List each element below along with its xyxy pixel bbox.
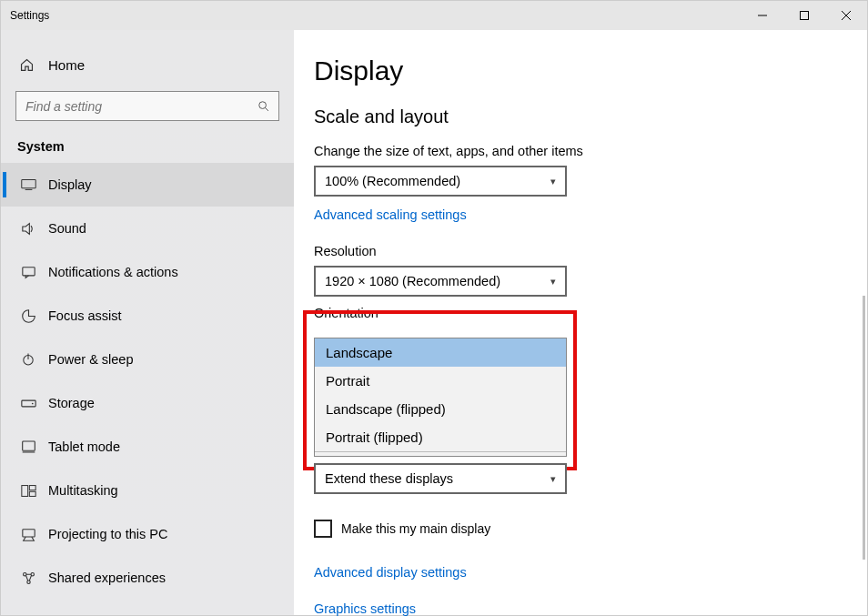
display-icon [19,178,37,191]
advanced-display-link[interactable]: Advanced display settings [314,565,467,580]
system-section-label: System [1,134,294,163]
search-input[interactable] [15,91,279,121]
multiple-displays-value: Extend these displays [325,471,453,486]
maximize-button[interactable] [783,1,825,30]
orientation-label: Orientation [314,306,867,320]
storage-icon [19,398,37,409]
chevron-down-icon: ▾ [550,473,556,485]
svg-rect-16 [29,485,35,490]
nav-item-multitasking[interactable]: Multitasking [1,469,294,512]
orientation-option-landscape[interactable]: Landscape [315,338,566,367]
focus-icon [19,308,37,324]
svg-rect-8 [22,267,34,275]
svg-point-19 [23,572,25,575]
svg-line-5 [265,107,268,111]
scrollbar[interactable] [863,296,865,560]
orientation-option-portrait[interactable]: Portrait [315,367,566,395]
notifications-icon [19,266,37,279]
nav-item-storage[interactable]: Storage [1,381,294,425]
svg-rect-17 [29,491,35,496]
nav-item-label: Power & sleep [48,352,134,367]
home-label: Home [48,57,85,73]
shared-icon [19,571,37,586]
svg-rect-11 [21,400,35,407]
scale-layout-heading: Scale and layout [314,106,867,127]
svg-point-21 [26,581,29,583]
nav-item-label: Tablet mode [48,439,120,454]
nav-item-tablet-mode[interactable]: Tablet mode [1,425,294,469]
nav-item-display[interactable]: Display [1,163,294,207]
orientation-option-landscape-flipped[interactable]: Landscape (flipped) [315,395,566,423]
home-button[interactable]: Home [1,48,294,82]
nav-item-label: Storage [48,396,95,410]
nav-list: Display Sound Notifications & actions Fo… [1,163,294,600]
scale-value: 100% (Recommended) [325,174,460,188]
main-display-checkbox-label: Make this my main display [341,521,490,536]
nav-item-power-sleep[interactable]: Power & sleep [1,338,294,381]
window-title: Settings [1,9,742,22]
home-icon [19,57,37,73]
orientation-option-portrait-flipped[interactable]: Portrait (flipped) [315,423,566,451]
body: Home System Display Sound [1,30,867,615]
main-content: Display Scale and layout Change the size… [294,30,867,615]
power-icon [19,352,37,367]
svg-rect-18 [22,529,34,536]
search-icon [257,100,270,113]
resolution-value: 1920 × 1080 (Recommended) [325,274,500,288]
sidebar: Home System Display Sound [1,30,294,615]
multitask-icon [19,484,37,498]
nav-item-label: Display [48,177,92,192]
sound-icon [19,222,37,236]
scale-label: Change the size of text, apps, and other… [314,144,867,158]
nav-item-shared[interactable]: Shared experiences [1,556,294,600]
main-display-checkbox-row[interactable]: Make this my main display [314,520,490,538]
nav-item-projecting[interactable]: Projecting to this PC [1,512,294,556]
svg-point-20 [31,572,34,575]
project-icon [19,528,37,541]
graphics-settings-link[interactable]: Graphics settings [314,601,416,616]
svg-rect-15 [21,485,27,496]
svg-rect-13 [22,441,35,450]
resolution-dropdown[interactable]: 1920 × 1080 (Recommended) ▾ [314,266,567,297]
svg-rect-1 [801,12,809,20]
close-button[interactable] [825,1,867,30]
nav-item-label: Shared experiences [48,571,166,585]
nav-item-label: Notifications & actions [48,265,178,279]
nav-item-label: Projecting to this PC [48,527,167,541]
svg-point-4 [259,101,267,108]
nav-item-label: Focus assist [48,308,122,323]
nav-item-notifications[interactable]: Notifications & actions [1,250,294,294]
multiple-displays-dropdown[interactable]: Extend these displays ▾ [314,463,567,494]
nav-item-sound[interactable]: Sound [1,207,294,250]
tablet-icon [19,440,37,453]
chevron-down-icon: ▾ [550,276,556,288]
titlebar: Settings [1,1,867,30]
checkbox-box[interactable] [314,520,332,538]
svg-point-12 [31,402,33,404]
page-title: Display [314,56,867,86]
nav-item-label: Multitasking [48,483,118,498]
svg-rect-6 [21,180,35,188]
orientation-popup: Landscape Portrait Landscape (flipped) P… [314,338,567,457]
chevron-down-icon: ▾ [550,176,556,187]
nav-item-focus-assist[interactable]: Focus assist [1,294,294,338]
settings-window: Settings Home [0,0,868,616]
nav-item-label: Sound [48,221,86,236]
scale-dropdown[interactable]: 100% (Recommended) ▾ [314,166,567,197]
resolution-label: Resolution [314,244,867,258]
search-box[interactable] [15,91,279,121]
minimize-button[interactable] [742,1,783,30]
window-controls [742,1,867,30]
advanced-scaling-link[interactable]: Advanced scaling settings [314,207,467,222]
